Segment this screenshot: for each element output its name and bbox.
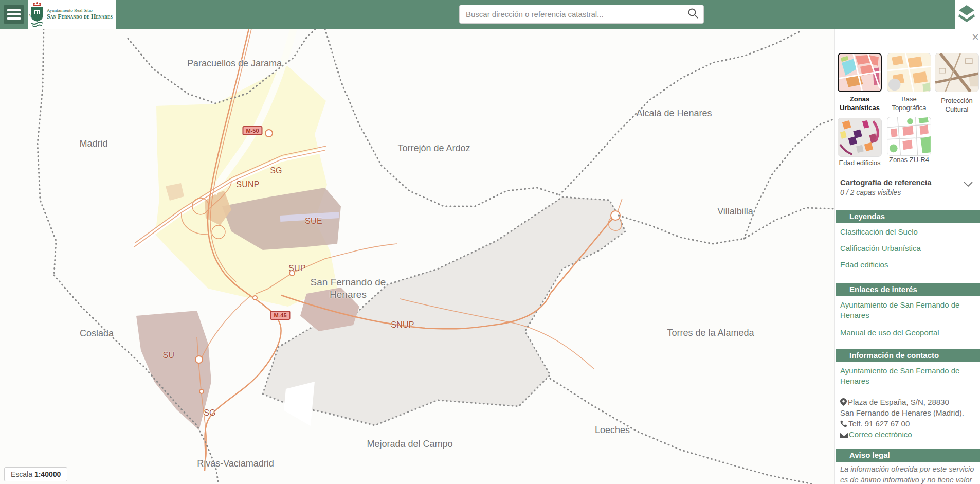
layers-panel: × bbox=[834, 29, 980, 484]
cartografia-status: 0 / 2 capas visibles bbox=[840, 188, 901, 196]
basemap-label-zonas-urbanisticas[interactable]: Zonas Urbanísticas bbox=[835, 95, 884, 113]
scale-label: Escala bbox=[11, 470, 32, 478]
svg-text:VI: VI bbox=[29, 13, 33, 18]
layers-button[interactable] bbox=[957, 4, 976, 25]
link-edad-edificios[interactable]: Edad edificios bbox=[840, 260, 971, 270]
map-label-loeches: Loeches bbox=[595, 425, 630, 436]
logo[interactable]: VI Ayuntamiento Real Sitio San Fernando … bbox=[28, 0, 116, 29]
close-panel-button[interactable]: × bbox=[972, 31, 979, 43]
map-canvas[interactable]: Paracuellos de Jarama Madrid Alcalá de H… bbox=[0, 29, 834, 484]
map-label-madrid: Madrid bbox=[79, 138, 107, 149]
contact-email: Correo electrónico bbox=[840, 429, 975, 440]
basemap-base-topografica[interactable] bbox=[887, 53, 931, 92]
zone-label-snup: SNUP bbox=[391, 320, 414, 330]
map-label-torrejon: Torrejón de Ardoz bbox=[397, 143, 470, 154]
app-header: VI Ayuntamiento Real Sitio San Fernando … bbox=[0, 0, 980, 29]
basemap-thumbnail-image bbox=[839, 54, 881, 91]
contact-address-line2: San Fernando de Henares (Madrid). bbox=[840, 408, 975, 419]
envelope-icon bbox=[840, 433, 848, 438]
basemap-label-edad-edificios[interactable]: Edad edificios bbox=[835, 159, 884, 168]
logo-line2: San Fernando de Henares bbox=[47, 13, 113, 20]
basemap-thumbnail-image bbox=[838, 118, 881, 156]
basemap-zonas-urbanisticas[interactable] bbox=[838, 53, 882, 92]
hamburger-icon bbox=[7, 9, 21, 11]
link-ayuntamiento-contacto[interactable]: Ayuntamiento de San Fernando de Henares bbox=[840, 366, 971, 387]
zone-label-sg-north: SG bbox=[270, 166, 282, 175]
chevron-down-icon bbox=[963, 181, 973, 187]
map-label-torres: Torres de la Alameda bbox=[667, 328, 754, 338]
zone-label-sup: SUP bbox=[288, 264, 306, 273]
map-drawing bbox=[0, 29, 834, 484]
header-corner bbox=[955, 0, 980, 29]
link-calificacion-urbanistica[interactable]: Calificación Urbanística bbox=[840, 243, 971, 254]
map-label-rivas: Rivas-Vaciamadrid bbox=[197, 458, 274, 469]
logo-text: Ayuntamiento Real Sitio San Fernando de … bbox=[47, 8, 113, 20]
contact-phone: Telf. 91 627 67 00 bbox=[840, 419, 975, 429]
road-badge-m50: M-50 bbox=[242, 126, 262, 135]
basemap-thumbnail-image bbox=[935, 53, 978, 92]
section-leyendas: Leyendas bbox=[836, 210, 980, 223]
crest-icon: VI bbox=[28, 2, 44, 27]
basemap-thumbnail-image bbox=[887, 53, 931, 92]
zone-label-sg-south: SG bbox=[204, 408, 216, 418]
search-button[interactable] bbox=[687, 7, 703, 21]
road-badge-m45: M-45 bbox=[270, 311, 290, 320]
search-bar bbox=[459, 5, 704, 24]
layers-icon bbox=[957, 4, 976, 24]
basemap-label-zonas-zu-r4[interactable]: Zonas ZU-R4 bbox=[884, 156, 934, 165]
link-clasificacion-suelo[interactable]: Clasificación del Suelo bbox=[840, 227, 971, 237]
basemap-label-proteccion-cultural[interactable]: Protección Cultural bbox=[932, 97, 980, 114]
basemap-thumbnail-image bbox=[887, 117, 931, 155]
link-ayuntamiento[interactable]: Ayuntamiento de San Fernando de Henares bbox=[840, 300, 971, 321]
location-pin-icon bbox=[840, 398, 847, 406]
link-manual-geoportal[interactable]: Manual de uso del Geoportal bbox=[840, 328, 971, 338]
aviso-legal-text: La información ofrecida por este servici… bbox=[840, 464, 977, 484]
map-label-coslada: Coslada bbox=[80, 328, 114, 339]
section-contacto: Información de contacto bbox=[836, 349, 980, 362]
scale-value: 1:40000 bbox=[34, 470, 61, 478]
section-aviso-legal: Aviso legal bbox=[836, 449, 980, 462]
map-label-paracuellos: Paracuellos de Jarama bbox=[187, 58, 282, 69]
menu-button[interactable] bbox=[4, 5, 24, 24]
basemap-zonas-zu-r4[interactable] bbox=[887, 117, 931, 156]
cartografia-title: Cartografía de referencia bbox=[840, 178, 932, 187]
search-input[interactable] bbox=[460, 10, 687, 19]
map-label-mejorada: Mejorada del Campo bbox=[367, 439, 452, 450]
basemap-edad-edificios[interactable] bbox=[838, 118, 882, 157]
email-link[interactable]: Correo electrónico bbox=[849, 430, 912, 439]
scale-indicator: Escala 1:40000 bbox=[4, 467, 67, 481]
map-label-alcala: Alcalá de Henares bbox=[636, 108, 712, 119]
cartografia-expand-button[interactable] bbox=[963, 181, 973, 189]
contact-address-line1: Plaza de España, S/N, 28830 bbox=[840, 397, 975, 408]
map-label-san-fernando: San Fernando de Henares bbox=[302, 276, 394, 301]
basemap-proteccion-cultural[interactable] bbox=[935, 53, 979, 92]
phone-icon bbox=[840, 420, 847, 427]
zone-label-su: SU bbox=[163, 351, 175, 360]
search-icon bbox=[687, 7, 699, 20]
zone-label-sunp: SUNP bbox=[236, 180, 260, 189]
zone-label-sue: SUE bbox=[305, 217, 322, 226]
section-enlaces: Enlaces de interés bbox=[836, 283, 980, 296]
basemap-label-base-topografica[interactable]: Base Topográfica bbox=[884, 95, 934, 113]
map-label-villalbilla: Villalbilla bbox=[717, 206, 753, 217]
